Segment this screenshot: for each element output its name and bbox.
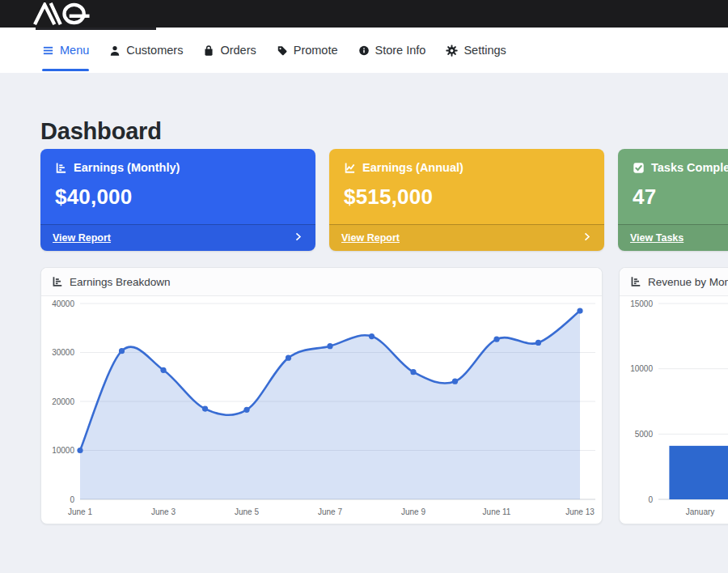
card-earnings-monthly: Earnings (Monthly) $40,000 View Report [40,149,315,251]
brand-logo-icon [32,2,107,25]
svg-text:June 9: June 9 [401,507,425,516]
person-icon [109,45,121,57]
nav-item-menu[interactable]: Menu [42,28,89,73]
revenue-by-month-chart: 050001000015000January [620,296,728,524]
main-navbar: Menu Customers Orders Promote Store I [0,28,728,73]
view-report-link[interactable]: View Report [53,232,111,244]
nav-item-orders[interactable]: Orders [203,28,256,73]
svg-text:June 5: June 5 [235,507,259,516]
svg-text:0: 0 [648,495,653,504]
chevron-right-icon [582,231,592,245]
svg-text:30000: 30000 [52,348,74,357]
gear-icon [446,45,458,57]
earnings-breakdown-chart: 010000200003000040000June 1June 3June 5J… [41,296,602,524]
nav-item-settings[interactable]: Settings [446,28,506,73]
brand-logo[interactable] [32,2,107,26]
check-square-icon [633,162,645,174]
svg-text:20000: 20000 [52,397,74,406]
svg-text:40000: 40000 [52,299,74,308]
view-report-link[interactable]: View Report [341,232,400,244]
svg-text:5000: 5000 [635,430,654,439]
nav-item-label: Settings [463,44,506,57]
card-value: 47 [618,174,728,210]
svg-text:June 3: June 3 [151,507,176,516]
panel-title: Revenue by Month [648,276,728,288]
nav-item-label: Store Info [375,44,426,57]
bag-icon [203,45,214,57]
svg-text:June 11: June 11 [483,507,511,516]
tag-icon [277,45,288,57]
card-tasks-completed: Tasks Completed 47 View Tasks [618,149,728,251]
card-footer: View Report [329,224,604,251]
panel-revenue-by-month: Revenue by Month 050001000015000January [619,267,728,524]
panel-header: Earnings Breakdown [41,268,602,296]
nav-item-label: Customers [126,44,183,57]
nav-item-label: Promote [294,44,338,57]
card-value: $40,000 [40,174,315,210]
brand-shadow [36,28,156,30]
card-footer: View Tasks [618,224,728,251]
panel-earnings-breakdown: Earnings Breakdown 010000200003000040000… [40,267,603,524]
svg-text:June 7: June 7 [318,507,342,516]
dashboard-screen: Menu Customers Orders Promote Store I [0,0,728,573]
card-title: Earnings (Monthly) [74,161,180,174]
bar-chart-icon [52,276,63,287]
top-app-bar [0,0,728,28]
nav-item-label: Menu [60,44,89,57]
card-earnings-annual: Earnings (Annual) $515,000 View Report [329,149,604,251]
page-title: Dashboard [40,118,162,145]
svg-text:10000: 10000 [52,446,74,455]
card-title: Tasks Completed [651,161,728,174]
svg-text:15000: 15000 [630,299,653,308]
nav-item-customers[interactable]: Customers [109,28,183,73]
view-tasks-link[interactable]: View Tasks [630,232,684,244]
info-icon [358,45,370,57]
svg-text:June 13: June 13 [565,507,595,516]
svg-text:June 1: June 1 [68,507,92,516]
nav-item-store-info[interactable]: Store Info [358,28,426,73]
bar-chart-icon [630,276,641,287]
line-chart-icon [344,162,356,174]
active-tab-indicator [42,69,89,71]
svg-text:January: January [686,507,715,516]
panel-title: Earnings Breakdown [70,276,171,288]
bar-chart-icon [55,162,67,174]
stat-cards-row: Earnings (Monthly) $40,000 View Report E… [40,149,728,251]
svg-text:0: 0 [70,495,74,504]
chevron-right-icon [293,231,303,245]
svg-text:10000: 10000 [630,364,653,373]
hamburger-icon [42,45,54,57]
nav-item-promote[interactable]: Promote [277,28,338,73]
card-title: Earnings (Annual) [362,161,463,174]
card-footer: View Report [40,224,315,251]
panel-header: Revenue by Month [620,268,728,296]
card-value: $515,000 [329,174,604,210]
nav-item-label: Orders [220,44,256,57]
